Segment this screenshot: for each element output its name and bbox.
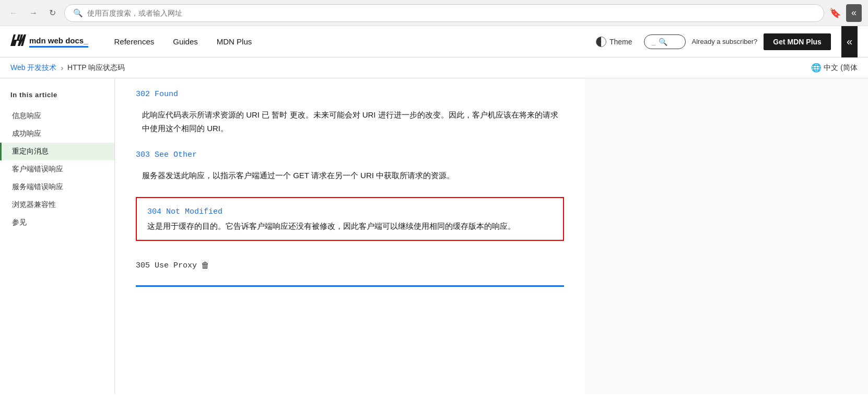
address-input[interactable]: 使用百度搜索，或者输入网址 — [87, 9, 815, 17]
page-layout: In this article 信息响应 成功响应 重定向消息 客户端错误响应 … — [0, 78, 868, 394]
browser-chrome: ← → ↻ 🔍 使用百度搜索，或者输入网址 🔖 « — [0, 0, 868, 26]
breadcrumb-item-0[interactable]: Web 开发技术 — [10, 63, 56, 73]
address-bar: 🔍 使用百度搜索，或者输入网址 — [64, 4, 824, 22]
browser-sidebar-toggle[interactable]: « — [846, 4, 862, 22]
code-305-text: 305 Use Proxy 🗑 — [136, 261, 564, 271]
expand-sidebar-button[interactable]: « — [841, 26, 858, 57]
nav-guides[interactable]: Guides — [163, 26, 207, 57]
description-303: 服务器发送此响应，以指示客户端通过一个 GET 请求在另一个 URI 中获取所请… — [136, 169, 564, 182]
mdn-logo-text: mdn web docs_ — [29, 36, 88, 48]
theme-label: Theme — [609, 38, 632, 46]
search-underline-icon: _ — [652, 38, 655, 45]
description-304: 这是用于缓存的目的。它告诉客户端响应还没有被修改，因此客户端可以继续使用相同的缓… — [147, 222, 553, 231]
mdn-logo[interactable]: mdn web docs_ — [10, 34, 88, 49]
code-305-label: 305 Use Proxy — [136, 261, 197, 270]
get-mdn-button[interactable]: Get MDN Plus — [764, 33, 831, 50]
code-link-304[interactable]: 304 Not Modified — [147, 207, 222, 216]
breadcrumb: Web 开发技术 › HTTP 响应状态码 🌐 中文 (简体 — [0, 57, 868, 78]
main-nav: References Guides MDN Plus — [105, 26, 591, 57]
section-303: 303 See Other 服务器发送此响应，以指示客户端通过一个 GET 请求… — [136, 149, 564, 182]
globe-icon: 🌐 — [811, 63, 822, 73]
article-content: 302 Found 此响应代码表示所请求资源的 URI 已 暂时 更改。未来可能… — [115, 78, 585, 394]
deprecated-icon[interactable]: 🗑 — [201, 261, 209, 271]
lang-text: 中文 (简体 — [824, 63, 858, 73]
forward-button[interactable]: → — [26, 6, 41, 20]
back-button[interactable]: ← — [6, 6, 21, 20]
toc-item-compat[interactable]: 浏览器兼容性 — [0, 196, 114, 214]
code-link-302[interactable]: 302 Found — [136, 90, 178, 99]
bottom-indicator-line — [136, 285, 564, 287]
code-link-303[interactable]: 303 See Other — [136, 150, 197, 159]
bookmark-icon[interactable]: 🔖 — [829, 7, 841, 19]
toc-title: In this article — [0, 91, 114, 107]
sidebar-toc: In this article 信息响应 成功响应 重定向消息 客户端错误响应 … — [0, 78, 115, 394]
description-302: 此响应代码表示所请求资源的 URI 已 暂时 更改。未来可能会对 URI 进行进… — [136, 108, 564, 135]
toc-item-server-error[interactable]: 服务端错误响应 — [0, 178, 114, 196]
search-icon: 🔍 — [73, 8, 83, 18]
breadcrumb-separator: › — [61, 64, 63, 72]
toc-item-success[interactable]: 成功响应 — [0, 125, 114, 143]
header-right: Theme _ 🔍 Already a subscriber? Get MDN … — [591, 26, 858, 57]
refresh-button[interactable]: ↻ — [46, 6, 59, 20]
section-302: 302 Found 此响应代码表示所请求资源的 URI 已 暂时 更改。未来可能… — [136, 89, 564, 135]
section-304-highlighted: 304 Not Modified 这是用于缓存的目的。它告诉客户端响应还没有被修… — [136, 197, 564, 241]
toc-item-redirect[interactable]: 重定向消息 — [0, 143, 114, 160]
theme-icon — [596, 37, 606, 47]
subscriber-text: Already a subscriber? — [692, 38, 758, 45]
toc-item-client-error[interactable]: 客户端错误响应 — [0, 160, 114, 178]
toc-item-info[interactable]: 信息响应 — [0, 107, 114, 125]
nav-mdnplus[interactable]: MDN Plus — [207, 26, 262, 57]
toc-item-seealso[interactable]: 参见 — [0, 214, 114, 231]
browser-right-icons: 🔖 — [829, 7, 841, 19]
search-box[interactable]: _ 🔍 — [644, 34, 686, 49]
section-305: 305 Use Proxy 🗑 — [136, 255, 564, 271]
breadcrumb-item-1: HTTP 响应状态码 — [67, 63, 125, 73]
mdn-logo-icon — [10, 34, 26, 49]
theme-button[interactable]: Theme — [591, 33, 638, 50]
nav-references[interactable]: References — [105, 26, 164, 57]
search-magnifier-icon: 🔍 — [659, 38, 667, 46]
mdn-header: mdn web docs_ References Guides MDN Plus… — [0, 26, 868, 57]
breadcrumb-lang[interactable]: 🌐 中文 (简体 — [811, 63, 858, 73]
